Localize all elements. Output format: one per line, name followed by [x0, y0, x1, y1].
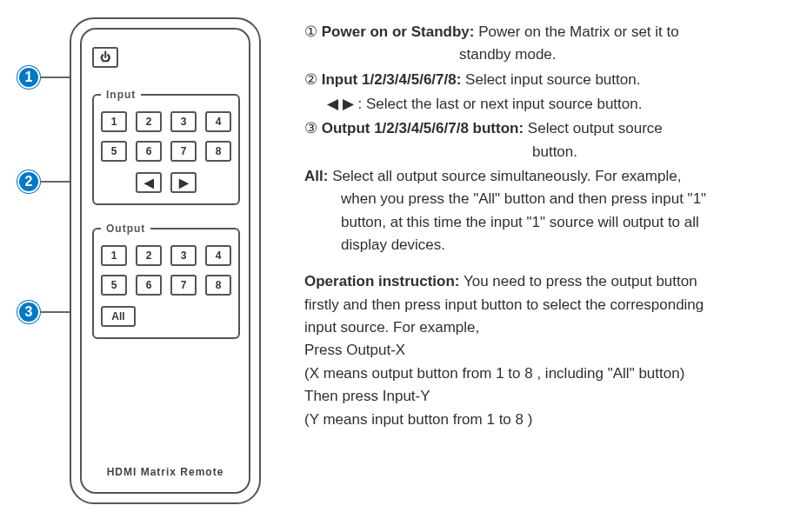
output-6-button[interactable]: 6 [136, 275, 162, 296]
desc-item-3: ③ Output 1/2/3/4/5/6/7/8 button: Select … [304, 117, 770, 163]
callout-3-number: 3 [17, 301, 40, 323]
desc-item-op-text-c: input source. For example, [304, 319, 479, 336]
power-row: ⏻ [92, 47, 238, 68]
callout-3: 3 [17, 301, 70, 323]
description-column: ① Power on or Standby: Power on the Matr… [304, 17, 770, 431]
page-container: 1 2 3 ⏻ Input 1 2 [17, 17, 770, 504]
input-button-grid: 1 2 3 4 5 6 7 8 [101, 111, 231, 162]
callout-1: 1 [17, 66, 70, 89]
desc-item-2: ② Input 1/2/3/4/5/6/7/8: Select input so… [304, 69, 770, 91]
desc-item-op-text-b: firstly and then press input button to s… [304, 296, 704, 313]
desc-item-3-num: ③ [304, 120, 317, 136]
input-6-button[interactable]: 6 [136, 141, 162, 162]
callout-1-line [40, 76, 70, 78]
desc-item-all-text-c: button, at this time the input "1" sourc… [304, 211, 770, 234]
remote-label: HDMI Matrix Remote [92, 466, 238, 483]
input-1-button[interactable]: 1 [101, 111, 127, 132]
output-2-button[interactable]: 2 [136, 245, 162, 266]
desc-item-2-label: Input 1/2/3/4/5/6/7/8: [322, 71, 462, 88]
input-group: Input 1 2 3 4 5 6 7 8 ◀ ▶ [92, 89, 240, 205]
desc-item-1-label: Power on or Standby: [322, 23, 475, 40]
desc-item-3-text-b: button. [304, 141, 770, 163]
input-2-button[interactable]: 2 [136, 111, 162, 132]
input-next-button[interactable]: ▶ [170, 172, 197, 193]
input-7-button[interactable]: 7 [170, 141, 197, 162]
desc-item-2-text: Select input source button. [465, 71, 640, 88]
desc-item-1-text-a: Power on the Matrix or set it to [478, 23, 679, 40]
callout-1-number: 1 [17, 66, 40, 89]
desc-item-2-num: ② [304, 71, 317, 88]
desc-item-1: ① Power on or Standby: Power on the Matr… [304, 21, 770, 67]
output-5-button[interactable]: 5 [101, 275, 127, 296]
output-all-button[interactable]: All [101, 306, 136, 327]
desc-item-all-text-b: when you press the "All" button and then… [304, 188, 770, 210]
callout-3-line [40, 311, 70, 313]
desc-item-op-text-d: Press Output-X [304, 342, 405, 358]
input-5-button[interactable]: 5 [101, 141, 127, 162]
output-4-button[interactable]: 4 [205, 245, 231, 266]
input-8-button[interactable]: 8 [205, 141, 231, 162]
desc-item-3-text-a: Select output source [528, 120, 663, 136]
desc-item-op-text-e: (X means output button from 1 to 8 , inc… [304, 365, 684, 382]
remote-diagram-column: 1 2 3 ⏻ Input 1 2 [17, 17, 287, 504]
remote-inner-shell: ⏻ Input 1 2 3 4 5 6 7 8 [80, 28, 250, 494]
output-button-grid: 1 2 3 4 5 6 7 8 [101, 245, 231, 296]
input-4-button[interactable]: 4 [205, 111, 231, 132]
output-7-button[interactable]: 7 [170, 275, 197, 296]
power-button[interactable]: ⏻ [92, 47, 118, 68]
callout-2: 2 [17, 170, 70, 193]
desc-item-2b: ◀ ▶ : Select the last or next input sour… [304, 93, 770, 116]
desc-item-all-label: All: [304, 168, 328, 184]
desc-item-3-label: Output 1/2/3/4/5/6/7/8 button: [322, 120, 524, 136]
desc-item-op-text-f: Then press Input-Y [304, 388, 430, 404]
desc-item-op-text-g: (Y means input button from 1 to 8 ) [304, 411, 532, 428]
input-prev-button[interactable]: ◀ [136, 172, 162, 193]
desc-item-op-label: Operation instruction: [304, 273, 460, 289]
input-legend: Input [101, 89, 141, 101]
desc-item-all: All: Select all output source simultaneo… [304, 165, 770, 256]
desc-item-op-text-a: You need to press the output button [464, 273, 697, 289]
desc-item-2b-text: : Select the last or next input source b… [357, 96, 642, 112]
power-icon: ⏻ [100, 51, 110, 63]
remote-outer-shell: ⏻ Input 1 2 3 4 5 6 7 8 [70, 17, 261, 504]
callout-2-number: 2 [17, 170, 40, 193]
desc-item-2b-arrows: ◀ ▶ [327, 96, 354, 112]
desc-item-all-text-a: Select all output source simultaneously.… [332, 168, 681, 184]
desc-item-all-text-d: display devices. [304, 234, 770, 256]
input-arrow-row: ◀ ▶ [101, 172, 231, 193]
desc-item-1-num: ① [304, 23, 317, 40]
output-3-button[interactable]: 3 [170, 245, 197, 266]
output-8-button[interactable]: 8 [205, 275, 231, 296]
desc-item-1-text-b: standby mode. [304, 43, 770, 66]
output-legend: Output [101, 223, 150, 235]
output-all-row: All [101, 306, 231, 327]
output-group: Output 1 2 3 4 5 6 7 8 All [92, 223, 240, 339]
desc-item-op: Operation instruction: You need to press… [304, 270, 770, 430]
input-3-button[interactable]: 3 [170, 111, 197, 132]
callout-2-line [40, 181, 70, 183]
output-1-button[interactable]: 1 [101, 245, 127, 266]
